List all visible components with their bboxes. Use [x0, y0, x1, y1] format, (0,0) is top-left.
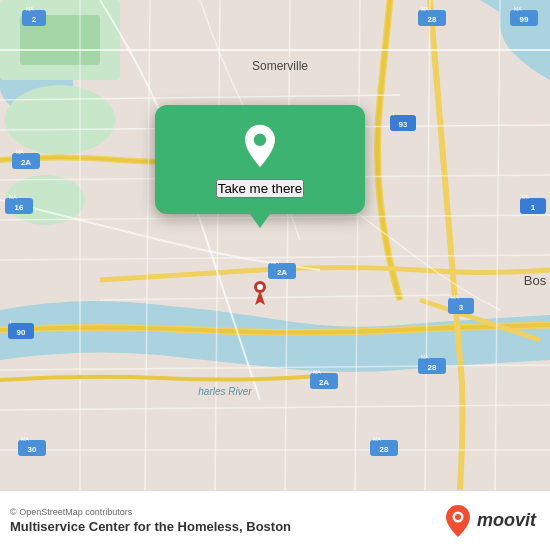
svg-text:I: I — [393, 111, 394, 117]
take-me-there-button[interactable]: Take me there — [216, 179, 304, 198]
svg-text:MA: MA — [9, 194, 17, 200]
svg-text:MA: MA — [313, 369, 321, 375]
svg-text:US: US — [522, 194, 530, 200]
map-background: 2 MA 2A MA 16 MA 90 I 93 I 28 MA 99 MA 1… — [0, 0, 550, 490]
svg-point-71 — [455, 514, 461, 520]
svg-text:Somerville: Somerville — [252, 59, 308, 73]
svg-text:2: 2 — [32, 15, 37, 24]
map-container: 2 MA 2A MA 16 MA 90 I 93 I 28 MA 99 MA 1… — [0, 0, 550, 490]
svg-text:90: 90 — [17, 328, 26, 337]
svg-text:93: 93 — [399, 120, 408, 129]
svg-text:16: 16 — [15, 203, 24, 212]
bottom-bar: © OpenStreetMap contributors Multiservic… — [0, 490, 550, 550]
bottom-info: © OpenStreetMap contributors Multiservic… — [10, 507, 291, 534]
popup-card: Take me there — [155, 105, 365, 214]
svg-text:28: 28 — [380, 445, 389, 454]
attribution-text: © OpenStreetMap contributors — [10, 507, 291, 517]
svg-text:30: 30 — [28, 445, 37, 454]
svg-text:28: 28 — [428, 15, 437, 24]
svg-text:MA: MA — [421, 354, 429, 360]
svg-text:harles River: harles River — [198, 386, 252, 397]
svg-text:2A: 2A — [319, 378, 329, 387]
svg-text:3: 3 — [459, 303, 464, 312]
svg-text:28: 28 — [428, 363, 437, 372]
popup-tail — [250, 214, 270, 228]
svg-point-68 — [257, 284, 263, 290]
svg-point-69 — [254, 134, 266, 146]
moovit-brand-text: moovit — [477, 510, 536, 531]
location-name: Multiservice Center for the Homeless, Bo… — [10, 519, 291, 534]
moovit-pin-icon — [444, 504, 472, 538]
svg-text:MA: MA — [16, 149, 24, 155]
svg-text:1: 1 — [531, 203, 536, 212]
location-pin-icon — [237, 123, 283, 169]
svg-text:MA: MA — [373, 436, 381, 442]
svg-text:MA: MA — [421, 6, 429, 12]
svg-text:MA: MA — [514, 6, 522, 12]
svg-text:MA: MA — [21, 436, 29, 442]
svg-text:I: I — [10, 319, 11, 325]
svg-text:MA: MA — [26, 6, 34, 12]
moovit-logo: moovit — [444, 504, 536, 538]
svg-text:99: 99 — [520, 15, 529, 24]
svg-text:MA: MA — [271, 259, 279, 265]
svg-point-3 — [5, 85, 115, 155]
svg-text:MA: MA — [451, 294, 459, 300]
svg-text:2A: 2A — [21, 158, 31, 167]
svg-text:2A: 2A — [277, 268, 287, 277]
svg-text:Bos: Bos — [524, 273, 547, 288]
